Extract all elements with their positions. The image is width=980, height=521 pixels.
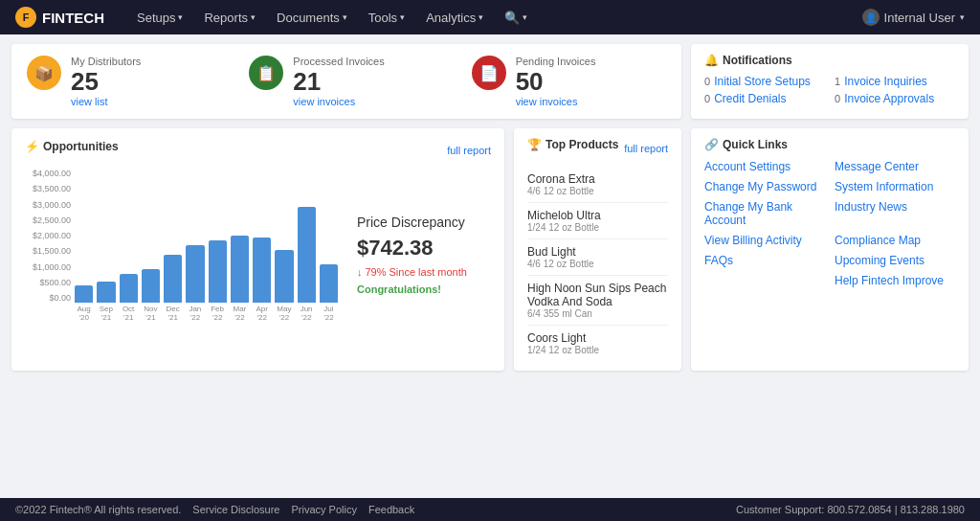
chart-label: Sep '21 [97,305,115,322]
processed-link[interactable]: view invoices [293,96,384,107]
y-label: $3,000.00 [25,200,71,210]
footer-privacy-policy[interactable]: Privacy Policy [291,504,356,515]
nav-search[interactable]: 🔍 ▾ [495,0,537,34]
chevron-down-icon: ▾ [251,12,256,22]
product-item: Coors Light 1/24 12 oz Bottle [527,326,668,361]
trophy-icon: 🏆 [527,138,542,151]
price-discrepancy-value: $742.38 [357,236,491,260]
link-upcoming-events[interactable]: Upcoming Events [835,253,955,268]
chart-bar[interactable] [97,282,115,303]
footer-feedback[interactable]: Feedback [368,504,414,515]
y-axis: $4,000.00 $3,500.00 $3,000.00 $2,500.00 … [25,169,71,303]
copyright-text: ©2022 Fintech® All rights reserved. [15,504,181,515]
y-label: $2,000.00 [25,231,71,240]
y-label: $3,500.00 [25,184,71,193]
products-full-report[interactable]: full report [624,143,668,154]
pending-link[interactable]: view invoices [516,96,596,107]
chart-bars [25,169,338,303]
link-system-info[interactable]: System Information [835,179,955,194]
opp-header: ⚡ Opportunities full report [25,140,491,161]
link-icon: 🔗 [704,138,719,151]
product-item: Michelob Ultra 1/24 12 oz Bottle [527,203,668,239]
product-item: Bud Light 4/6 12 oz Bottle [527,239,668,276]
chart-bar[interactable] [75,285,93,303]
chart-bar[interactable] [253,238,271,303]
chart-label: Jan '22 [186,305,204,322]
nav-setups[interactable]: Setups ▾ [127,0,192,34]
footer-left: ©2022 Fintech® All rights reserved. Serv… [15,504,414,515]
products-header: 🏆 Top Products full report [527,138,668,159]
notif-invoice-inquiries[interactable]: 1 Invoice Inquiries [835,75,955,88]
stat-distributors: 📦 My Distributors 25 view list [27,56,221,107]
user-name: Internal User [884,11,955,25]
distributors-link[interactable]: view list [71,96,141,107]
product-desc: 1/24 12 oz Bottle [527,345,668,355]
link-account-settings[interactable]: Account Settings [704,159,825,174]
notif-invoice-approvals[interactable]: 0 Invoice Approvals [835,92,955,105]
chart-bar[interactable] [298,207,316,303]
pending-value: 50 [516,69,596,94]
chart-area: $4,000.00 $3,500.00 $3,000.00 $2,500.00 … [25,169,491,322]
brand-name: FINTECH [42,10,104,26]
link-help-fintech[interactable]: Help Fintech Improve [835,273,955,288]
chart-bar[interactable] [186,245,204,303]
chevron-down-icon: ▾ [960,12,965,22]
stat-processed: 📋 Processed Invoices 21 view invoices [249,56,443,107]
pending-info: Pending Invoices 50 view invoices [516,56,596,107]
notif-credit-denials[interactable]: 0 Credit Denials [704,92,825,105]
link-industry-news[interactable]: Industry News [835,199,955,228]
notifications-grid: 0 Initial Store Setups 1 Invoice Inquiri… [704,75,955,105]
chart-bar[interactable] [320,264,338,303]
notif-initial-store[interactable]: 0 Initial Store Setups [704,75,825,88]
chevron-down-icon: ▾ [178,12,183,22]
chart-bar[interactable] [120,274,138,303]
quick-links-panel: 🔗 Quick Links Account Settings Message C… [691,128,969,371]
top-row: 📦 My Distributors 25 view list 📋 Process… [11,44,969,119]
product-name: High Noon Sun Sips Peach Vodka And Soda [527,282,668,308]
products-list: Corona Extra 4/6 12 oz Bottle Michelob U… [527,167,668,361]
link-change-password[interactable]: Change My Password [704,179,825,194]
chevron-down-icon: ▾ [400,12,405,22]
product-desc: 1/24 12 oz Bottle [527,222,668,233]
pending-label: Pending Invoices [516,56,596,67]
link-change-bank[interactable]: Change My Bank Account [704,199,825,228]
footer-support: Customer Support: 800.572.0854 | 813.288… [736,504,965,515]
product-name: Bud Light [527,245,668,259]
nav-right: 👤 Internal User ▾ [862,9,965,26]
chart-label: Oct '21 [120,305,138,322]
processed-info: Processed Invoices 21 view invoices [293,56,384,107]
chart-bar[interactable] [209,240,227,303]
link-message-center[interactable]: Message Center [835,159,955,174]
nav-reports[interactable]: Reports ▾ [194,0,265,34]
chart-bar[interactable] [142,269,160,303]
link-billing-activity[interactable]: View Billing Activity [704,233,825,248]
link-compliance-map[interactable]: Compliance Map [835,233,955,248]
chart-label: Nov '21 [142,305,160,322]
nav-tools[interactable]: Tools ▾ [359,0,414,34]
link-faqs[interactable]: FAQs [704,253,825,268]
chart-bar[interactable] [275,250,293,303]
nav-documents[interactable]: Documents ▾ [267,0,357,34]
chart-bar[interactable] [231,236,249,303]
product-item: High Noon Sun Sips Peach Vodka And Soda … [527,276,668,326]
down-arrow-icon: ↓ [357,266,363,278]
chart-label: Feb '22 [209,305,227,322]
congrats-text: Congratulations! [357,283,491,295]
change-percent: 79% [366,266,387,278]
opp-full-report[interactable]: full report [447,145,491,156]
user-menu[interactable]: 👤 Internal User ▾ [862,9,965,26]
middle-row: ⚡ Opportunities full report $4,000.00 $3… [11,128,969,371]
notifications-panel: 🔔 Notifications 0 Initial Store Setups 1… [691,44,969,119]
top-products-panel: 🏆 Top Products full report Corona Extra … [514,128,681,371]
chart-label: Jul '22 [320,305,338,322]
navbar: F FINTECH Setups ▾ Reports ▾ Documents ▾… [0,0,980,34]
product-desc: 6/4 355 ml Can [527,308,668,319]
notif-label: Invoice Approvals [844,92,934,105]
product-desc: 4/6 12 oz Bottle [527,186,668,196]
nav-analytics[interactable]: Analytics ▾ [416,0,493,34]
chart-bar[interactable] [164,255,182,303]
search-icon: 🔍 [504,11,520,25]
footer-service-disclosure[interactable]: Service Disclosure [192,504,279,515]
product-name: Corona Extra [527,172,668,186]
brand[interactable]: F FINTECH [15,7,104,28]
